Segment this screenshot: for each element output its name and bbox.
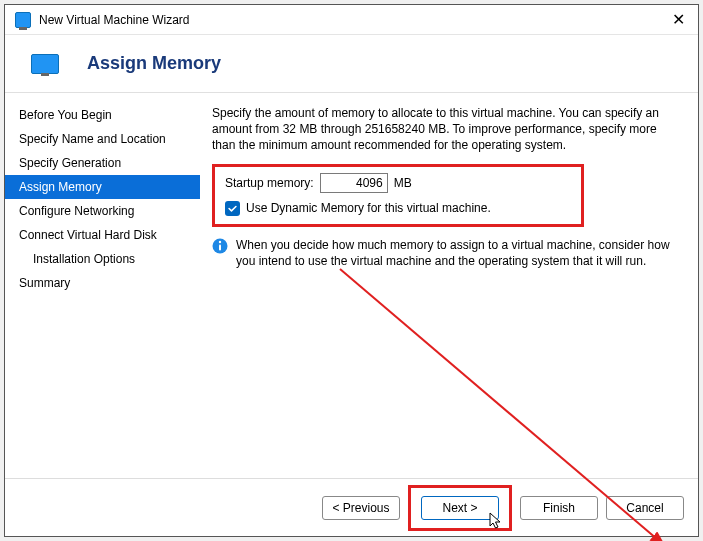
body: Before You Begin Specify Name and Locati… bbox=[5, 92, 698, 478]
dynamic-memory-checkbox[interactable] bbox=[225, 201, 240, 216]
page-title: Assign Memory bbox=[87, 53, 221, 74]
step-summary[interactable]: Summary bbox=[5, 271, 200, 295]
titlebar: New Virtual Machine Wizard ✕ bbox=[5, 5, 698, 35]
content-pane: Specify the amount of memory to allocate… bbox=[200, 93, 698, 478]
dynamic-memory-label: Use Dynamic Memory for this virtual mach… bbox=[246, 201, 491, 215]
page-header: Assign Memory bbox=[5, 35, 698, 92]
check-icon bbox=[227, 203, 238, 214]
step-specify-generation[interactable]: Specify Generation bbox=[5, 151, 200, 175]
app-icon bbox=[15, 12, 31, 28]
startup-memory-input[interactable] bbox=[320, 173, 388, 193]
intro-text: Specify the amount of memory to allocate… bbox=[212, 105, 680, 154]
step-assign-memory[interactable]: Assign Memory bbox=[5, 175, 200, 199]
header-icon bbox=[31, 54, 59, 74]
window-title: New Virtual Machine Wizard bbox=[39, 13, 668, 27]
step-before-you-begin[interactable]: Before You Begin bbox=[5, 103, 200, 127]
step-connect-vhd[interactable]: Connect Virtual Hard Disk bbox=[5, 223, 200, 247]
step-specify-name-location[interactable]: Specify Name and Location bbox=[5, 127, 200, 151]
previous-button[interactable]: < Previous bbox=[322, 496, 400, 520]
wizard-window: New Virtual Machine Wizard ✕ Assign Memo… bbox=[4, 4, 699, 537]
next-button-highlight: Next > bbox=[408, 485, 512, 531]
startup-memory-row: Startup memory: MB bbox=[225, 173, 571, 193]
info-row: When you decide how much memory to assig… bbox=[212, 237, 680, 269]
footer: < Previous Next > Finish Cancel bbox=[5, 478, 698, 536]
startup-memory-unit: MB bbox=[394, 176, 412, 190]
svg-rect-1 bbox=[219, 244, 221, 250]
info-text: When you decide how much memory to assig… bbox=[236, 237, 674, 269]
finish-button[interactable]: Finish bbox=[520, 496, 598, 520]
cancel-button[interactable]: Cancel bbox=[606, 496, 684, 520]
memory-settings-highlight: Startup memory: MB Use Dynamic Memory fo… bbox=[212, 164, 584, 227]
cursor-icon bbox=[489, 512, 503, 530]
wizard-steps: Before You Begin Specify Name and Locati… bbox=[5, 93, 200, 478]
next-button[interactable]: Next > bbox=[421, 496, 499, 520]
dynamic-memory-row: Use Dynamic Memory for this virtual mach… bbox=[225, 201, 571, 216]
info-icon bbox=[212, 238, 228, 254]
close-icon[interactable]: ✕ bbox=[668, 10, 688, 29]
step-configure-networking[interactable]: Configure Networking bbox=[5, 199, 200, 223]
svg-point-2 bbox=[219, 240, 221, 242]
startup-memory-label: Startup memory: bbox=[225, 176, 314, 190]
step-installation-options[interactable]: Installation Options bbox=[5, 247, 200, 271]
